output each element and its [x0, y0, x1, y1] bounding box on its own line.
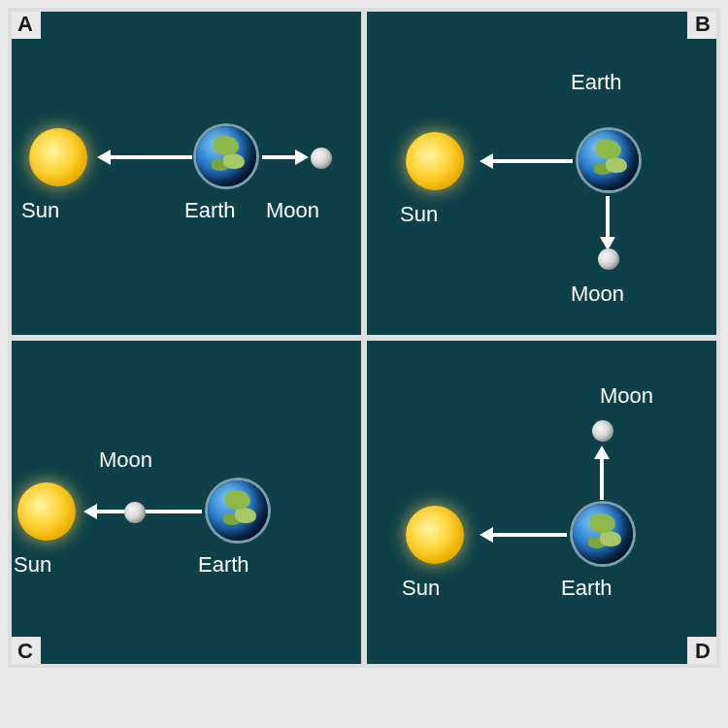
- panel-b: B Sun Earth Moon: [367, 12, 716, 335]
- arrow-head-left-icon: [480, 527, 493, 543]
- arrow-head-left-icon: [480, 153, 493, 169]
- arrow-head-left-icon: [83, 504, 97, 519]
- arrow-earth-to-moon: [262, 155, 295, 159]
- moon-icon: [592, 420, 613, 442]
- moon-icon: [598, 248, 619, 270]
- arrow-earth-to-sun: [491, 159, 573, 163]
- earth-icon: [579, 130, 639, 190]
- moon-label: Moon: [600, 383, 653, 409]
- arrow-earth-to-sun: [109, 155, 192, 159]
- earth-label: Earth: [198, 552, 249, 578]
- sun-icon: [29, 128, 87, 186]
- arrow-earth-to-sun: [95, 510, 202, 513]
- sun-label: Sun: [21, 198, 59, 223]
- moon-label: Moon: [99, 447, 152, 473]
- arrow-head-right-icon: [295, 149, 309, 165]
- arrow-earth-to-moon: [606, 196, 610, 239]
- sun-label: Sun: [14, 552, 51, 578]
- panel-d-label: D: [687, 637, 716, 664]
- panel-a: A Sun Earth Moon: [12, 12, 361, 335]
- earth-label: Earth: [561, 576, 612, 601]
- earth-label: Earth: [184, 198, 236, 223]
- panel-d: D Sun Earth Moon: [367, 341, 716, 664]
- sun-label: Sun: [402, 576, 440, 601]
- sun-label: Sun: [400, 202, 438, 227]
- arrow-earth-to-moon: [600, 457, 604, 500]
- moon-icon: [124, 502, 146, 523]
- earth-label: Earth: [571, 70, 622, 95]
- arrow-earth-to-sun: [491, 533, 567, 537]
- moon-label: Moon: [266, 198, 319, 223]
- panel-b-label: B: [687, 12, 716, 39]
- diagram-grid: A Sun Earth Moon B Sun Earth Moon C Sun …: [8, 8, 720, 668]
- moon-icon: [311, 148, 332, 169]
- arrow-head-up-icon: [594, 446, 610, 459]
- sun-icon: [406, 132, 464, 190]
- panel-c: C Sun Moon Earth: [12, 341, 361, 664]
- panel-c-label: C: [12, 637, 41, 664]
- earth-icon: [196, 126, 256, 186]
- arrow-head-left-icon: [97, 149, 111, 165]
- sun-icon: [406, 506, 464, 564]
- earth-icon: [208, 480, 268, 541]
- moon-label: Moon: [571, 281, 624, 307]
- panel-a-label: A: [12, 12, 41, 39]
- earth-icon: [573, 504, 633, 564]
- sun-icon: [17, 482, 76, 541]
